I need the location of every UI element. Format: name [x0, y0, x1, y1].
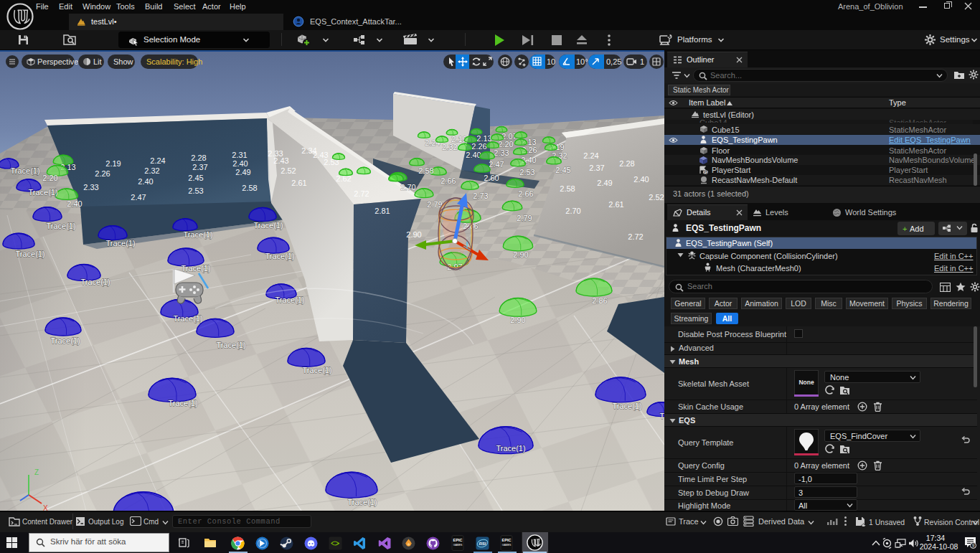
- svg-text:PS: PS: [704, 171, 708, 174]
- svg-text:Trace(1): Trace(1): [105, 239, 135, 247]
- svg-text:Trace(1): Trace(1): [50, 336, 80, 345]
- svg-text:2.52: 2.52: [649, 193, 664, 202]
- svg-text:Trace(1): Trace(1): [659, 412, 664, 420]
- svg-text:2.66: 2.66: [440, 176, 456, 185]
- svg-text:2.37: 2.37: [589, 164, 604, 172]
- svg-text:Trace(1): Trace(1): [302, 366, 331, 374]
- svg-text:Trace(1): Trace(1): [347, 498, 377, 506]
- svg-text:2.28: 2.28: [619, 159, 634, 168]
- svg-text:Trace(1): Trace(1): [216, 341, 245, 349]
- svg-text:2.45: 2.45: [188, 174, 203, 182]
- svg-text:2.47: 2.47: [489, 160, 504, 169]
- svg-text:2.49: 2.49: [235, 168, 250, 176]
- svg-text:2.53: 2.53: [519, 168, 534, 176]
- svg-text:2.61: 2.61: [291, 179, 306, 187]
- svg-text:2.24: 2.24: [150, 156, 165, 165]
- svg-text:2.20: 2.20: [42, 174, 57, 182]
- svg-text:X: X: [43, 504, 48, 511]
- svg-text:RSI: RSI: [479, 542, 486, 546]
- svg-text:2.70: 2.70: [400, 183, 415, 192]
- svg-text:2.61: 2.61: [608, 200, 623, 209]
- svg-text:2.40: 2.40: [138, 177, 153, 186]
- svg-text:GAMES: GAMES: [502, 544, 512, 547]
- svg-text:2.72: 2.72: [354, 189, 369, 198]
- svg-text:2.32: 2.32: [442, 143, 457, 151]
- svg-text:2.58: 2.58: [418, 166, 433, 175]
- svg-text:EPIC: EPIC: [502, 538, 512, 542]
- svg-text:2.40: 2.40: [466, 151, 481, 159]
- svg-text:Trace(1): Trace(1): [15, 250, 44, 258]
- svg-text:2.53: 2.53: [188, 186, 203, 195]
- svg-text:EPIC: EPIC: [453, 538, 463, 542]
- svg-text:Trace(1): Trace(1): [168, 399, 197, 407]
- svg-text:2.40: 2.40: [232, 159, 248, 168]
- svg-text:Trace(1): Trace(1): [181, 264, 210, 273]
- svg-text:2.19: 2.19: [105, 159, 121, 168]
- svg-text:Trace(1): Trace(1): [496, 444, 525, 453]
- svg-text:2.79: 2.79: [517, 214, 532, 222]
- svg-text:Trace(1): Trace(1): [46, 222, 75, 230]
- svg-text:2.40: 2.40: [67, 199, 82, 208]
- svg-text:Trace(1): Trace(1): [10, 166, 39, 175]
- svg-text:2.26: 2.26: [471, 142, 486, 151]
- svg-text:2.90: 2.90: [406, 230, 421, 239]
- svg-text:2.28: 2.28: [191, 153, 206, 162]
- svg-text:Trace(1): Trace(1): [28, 188, 57, 197]
- svg-text:2.70: 2.70: [565, 207, 580, 215]
- svg-text:2.66: 2.66: [518, 189, 533, 198]
- svg-text:2.73: 2.73: [473, 192, 488, 200]
- svg-text:2.60: 2.60: [484, 174, 499, 182]
- svg-text:2.24: 2.24: [583, 151, 598, 160]
- svg-text:2.40: 2.40: [633, 175, 649, 184]
- svg-text:GAMES: GAMES: [453, 544, 463, 547]
- svg-text:Trace(1): Trace(1): [80, 278, 110, 286]
- svg-text:9: 9: [972, 543, 975, 548]
- svg-text:Trace(1): Trace(1): [173, 314, 202, 323]
- svg-text:2.43: 2.43: [273, 156, 288, 165]
- svg-text:Trace(1): Trace(1): [183, 230, 212, 239]
- svg-text:2.81: 2.81: [374, 207, 390, 215]
- svg-text:2.58: 2.58: [242, 184, 257, 192]
- svg-text:2.45: 2.45: [555, 166, 570, 174]
- svg-text:2.90: 2.90: [513, 250, 528, 259]
- svg-text:Trace(1): Trace(1): [275, 296, 304, 304]
- svg-text:Trace(1): Trace(1): [253, 221, 283, 230]
- svg-text:Z: Z: [34, 468, 39, 476]
- svg-text:2.52: 2.52: [281, 166, 296, 175]
- svg-text:2.47: 2.47: [131, 193, 146, 202]
- svg-text:2.72: 2.72: [628, 232, 643, 241]
- svg-text:2.26: 2.26: [95, 169, 110, 178]
- svg-text:2.49: 2.49: [597, 179, 612, 187]
- svg-text:2.79: 2.79: [427, 200, 442, 209]
- svg-text:2.33: 2.33: [83, 183, 98, 192]
- svg-text:2.37: 2.37: [192, 163, 207, 171]
- svg-text:2.86: 2.86: [592, 296, 607, 305]
- svg-text:2.20: 2.20: [498, 140, 513, 148]
- svg-text:2.32: 2.32: [144, 166, 159, 175]
- svg-text:2.33: 2.33: [494, 148, 509, 157]
- svg-text:Trace(1): Trace(1): [265, 252, 294, 260]
- svg-text:2.31: 2.31: [232, 151, 247, 159]
- svg-text:2.90: 2.90: [510, 316, 525, 324]
- svg-text:2.58: 2.58: [560, 184, 575, 193]
- svg-text:Trace(1): Trace(1): [612, 402, 641, 410]
